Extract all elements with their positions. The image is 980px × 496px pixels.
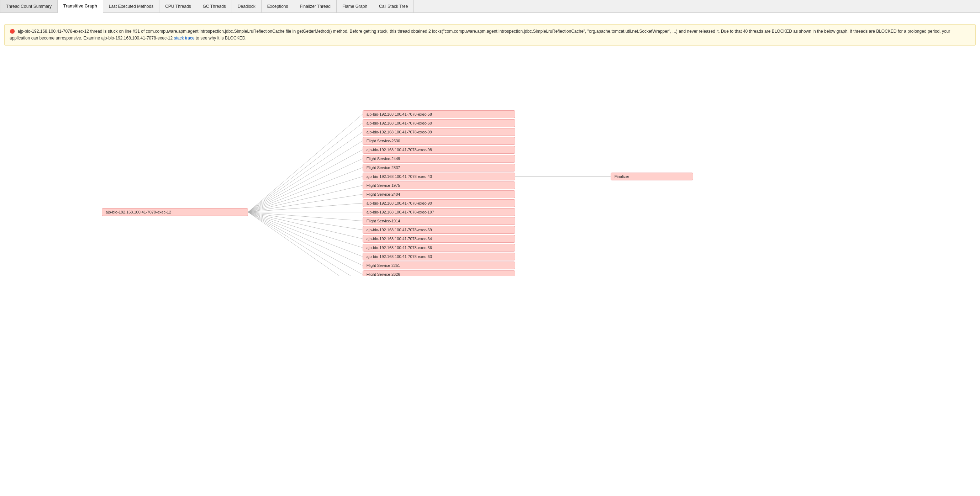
blocked-node-17[interactable]: Flight Service-2251 [363, 262, 515, 269]
tab-flame-graph[interactable]: Flame Graph [337, 0, 373, 13]
svg-line-13 [248, 212, 363, 230]
blocked-node-0[interactable]: ajp-bio-192.168.100.41-7078-exec-58 [363, 110, 515, 118]
svg-line-8 [248, 185, 363, 212]
source-node[interactable]: ajp-bio-192.168.100.41-7078-exec-12 [102, 208, 248, 216]
svg-line-0 [248, 114, 363, 212]
tab-gc-threads[interactable]: GC Threads [197, 0, 232, 13]
blocking-info [0, 17, 980, 21]
blocked-node-7[interactable]: ajp-bio-192.168.100.41-7078-exec-40 [363, 173, 515, 180]
blocked-node-1[interactable]: ajp-bio-192.168.100.41-7078-exec-60 [363, 119, 515, 127]
blocked-node-3[interactable]: Flight Service-2530 [363, 137, 515, 145]
graph-area: ajp-bio-192.168.100.41-7078-exec-12ajp-b… [0, 48, 980, 276]
tab-deadlock[interactable]: Deadlock [232, 0, 261, 13]
warning-box: 🔴 ajp-bio-192.168.100.41-7078-exec-12 th… [4, 24, 976, 46]
blocked-node-2[interactable]: ajp-bio-192.168.100.41-7078-exec-99 [363, 128, 515, 136]
svg-line-20 [248, 212, 363, 276]
stack-trace-link[interactable]: stack trace [174, 36, 195, 41]
svg-line-15 [248, 212, 363, 248]
tab-thread-count-summary[interactable]: Thread Count Summary [0, 0, 58, 13]
warning-text: ajp-bio-192.168.100.41-7078-exec-12 thre… [10, 29, 950, 41]
blocked-node-18[interactable]: Flight Service-2626 [363, 270, 515, 276]
tab-last-executed-methods[interactable]: Last Executed Methods [103, 0, 159, 13]
warning-text-after: to see why it is BLOCKED. [195, 36, 247, 41]
svg-line-10 [248, 203, 363, 212]
blocked-node-4[interactable]: ajp-bio-192.168.100.41-7078-exec-98 [363, 146, 515, 154]
blocked-node-13[interactable]: ajp-bio-192.168.100.41-7078-exec-69 [363, 226, 515, 234]
svg-line-2 [248, 132, 363, 212]
svg-line-1 [248, 123, 363, 212]
svg-line-16 [248, 212, 363, 256]
svg-line-7 [248, 176, 363, 212]
tab-bar: Thread Count SummaryTransitive GraphLast… [0, 0, 980, 13]
blocked-node-12[interactable]: Flight Service-1914 [363, 217, 515, 225]
tab-transitive-graph[interactable]: Transitive Graph [58, 0, 103, 13]
blocked-node-11[interactable]: ajp-bio-192.168.100.41-7078-exec-197 [363, 208, 515, 216]
tab-call-stack-tree[interactable]: Call Stack Tree [373, 0, 414, 13]
blocked-node-5[interactable]: Flight Service-2449 [363, 155, 515, 162]
tab-cpu-threads[interactable]: CPU Threads [159, 0, 197, 13]
tab-finalizer-thread[interactable]: Finalizer Thread [294, 0, 337, 13]
svg-line-9 [248, 194, 363, 212]
svg-line-3 [248, 141, 363, 212]
svg-line-14 [248, 212, 363, 239]
blocked-node-10[interactable]: ajp-bio-192.168.100.41-7078-exec-90 [363, 199, 515, 207]
finalizer-node[interactable]: Finalizer [611, 173, 693, 180]
svg-line-17 [248, 212, 363, 265]
blocked-node-9[interactable]: Flight Service-2404 [363, 190, 515, 198]
blocked-node-16[interactable]: ajp-bio-192.168.100.41-7078-exec-63 [363, 253, 515, 261]
blocked-node-15[interactable]: ajp-bio-192.168.100.41-7078-exec-36 [363, 244, 515, 251]
blocked-node-8[interactable]: Flight Service-1975 [363, 181, 515, 189]
warning-icon: 🔴 [10, 29, 15, 34]
svg-line-18 [248, 212, 363, 274]
svg-line-4 [248, 150, 363, 212]
page-title [0, 13, 980, 17]
tab-exceptions[interactable]: Exceptions [261, 0, 294, 13]
blocked-node-14[interactable]: ajp-bio-192.168.100.41-7078-exec-64 [363, 235, 515, 243]
svg-line-5 [248, 159, 363, 212]
blocked-node-6[interactable]: Flight Service-2837 [363, 164, 515, 172]
svg-line-19 [248, 212, 363, 276]
svg-line-6 [248, 168, 363, 212]
svg-line-12 [248, 212, 363, 221]
